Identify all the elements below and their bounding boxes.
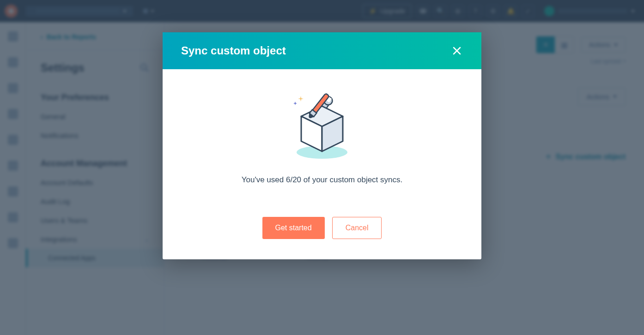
svg-marker-6 xyxy=(293,102,297,105)
cancel-button[interactable]: Cancel xyxy=(332,217,382,239)
modal-title: Sync custom object xyxy=(181,44,286,57)
modal-footer: Get started Cancel xyxy=(163,217,481,259)
usage-text: You've used 6/20 of your custom object s… xyxy=(181,175,463,185)
modal-body: You've used 6/20 of your custom object s… xyxy=(163,69,481,217)
modal-header: Sync custom object xyxy=(163,32,481,69)
custom-object-illustration-icon xyxy=(285,88,359,162)
modal-overlay: Sync custom object xyxy=(0,0,644,335)
svg-marker-5 xyxy=(298,96,304,102)
get-started-button[interactable]: Get started xyxy=(262,217,325,239)
sync-custom-object-modal: Sync custom object xyxy=(163,32,481,259)
close-icon[interactable] xyxy=(451,45,463,57)
